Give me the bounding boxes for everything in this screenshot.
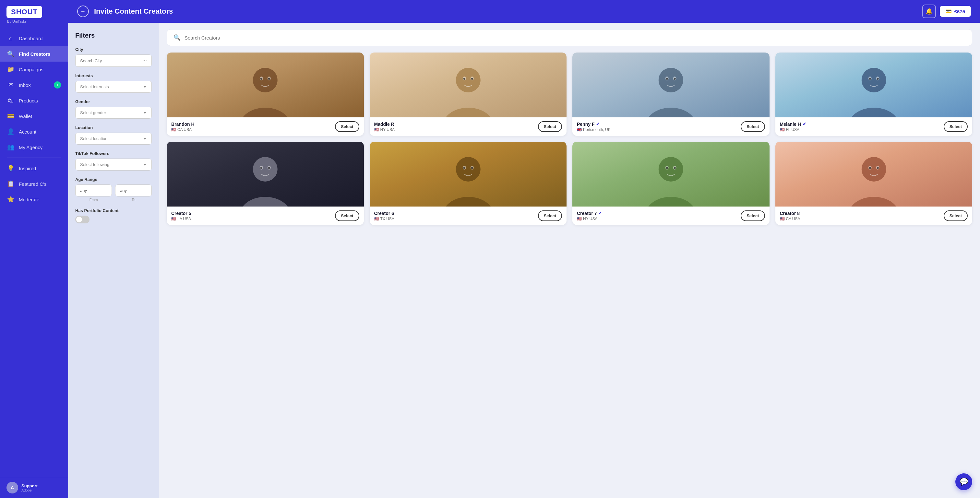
creator-card[interactable]: Creator 6 🇺🇸 TX USA Select (370, 142, 567, 225)
flag-icon: 🇺🇸 (780, 216, 785, 221)
creator-location: 🇺🇸 NY USA (577, 216, 602, 221)
creator-photo (167, 142, 364, 207)
sidebar-item-find-creators[interactable]: 🔍 Find Creators (0, 46, 68, 62)
flag-icon: 🇺🇸 (374, 127, 379, 132)
sidebar-item-moderate[interactable]: ⭐ Moderate (0, 192, 68, 207)
inbox-icon: ✉ (7, 81, 14, 89)
sidebar-item-inspired[interactable]: 💡 Inspired (0, 161, 68, 176)
body-area: Filters City ⋯ Interests Select interest… (68, 23, 980, 498)
sidebar-item-label: Inbox (19, 82, 31, 88)
creator-name: Penny F ✔ (577, 122, 611, 127)
back-button[interactable]: ← (77, 5, 89, 17)
creator-details: Creator 5 🇺🇸 LA USA (171, 211, 191, 221)
location-filter: Location Select location ▼ (75, 125, 152, 145)
svg-point-30 (442, 197, 494, 207)
creator-card[interactable]: Creator 5 🇺🇸 LA USA Select (167, 142, 364, 225)
select-creator-button[interactable]: Select (741, 121, 765, 132)
creator-card[interactable]: Creator 8 🇺🇸 CA USA Select (775, 142, 972, 225)
creator-details: Maddie R 🇺🇸 NY USA (374, 122, 395, 132)
portfolio-filter: Has Portfolio Content (75, 208, 152, 223)
filters-title: Filters (75, 32, 152, 39)
svg-point-34 (463, 167, 465, 169)
sidebar-item-inbox[interactable]: ✉ Inbox 1 (0, 77, 68, 93)
svg-point-46 (869, 167, 871, 169)
creator-photo (775, 142, 972, 207)
inbox-badge: 1 (54, 81, 61, 89)
sidebar-item-label: Products (19, 98, 38, 103)
select-creator-button[interactable]: Select (335, 210, 359, 221)
creator-card[interactable]: Creator 7 ✔ 🇺🇸 NY USA Select (573, 142, 770, 225)
creator-info: Penny F ✔ 🇬🇧 Portsmouth, UK Select (573, 118, 770, 136)
select-creator-button[interactable]: Select (335, 121, 359, 132)
creator-card[interactable]: Penny F ✔ 🇬🇧 Portsmouth, UK Select (573, 53, 770, 136)
dashboard-icon: ⌂ (7, 35, 14, 42)
back-icon: ← (80, 8, 86, 14)
search-input[interactable] (185, 35, 966, 41)
sidebar-item-featured[interactable]: 📋 Featured C's (0, 176, 68, 192)
gender-select[interactable]: Select gender ▼ (75, 107, 152, 119)
interests-label: Interests (75, 73, 152, 78)
sidebar: SHOUT By UniTaskr ⌂ Dashboard 🔍 Find Cre… (0, 0, 68, 498)
select-creator-button[interactable]: Select (538, 210, 562, 221)
svg-point-16 (666, 78, 668, 80)
wallet-button[interactable]: 💳 £675 (940, 6, 971, 17)
svg-point-40 (666, 167, 668, 169)
sidebar-item-label: My Agency (19, 145, 43, 150)
sidebar-item-products[interactable]: 🛍 Products (0, 93, 68, 108)
sidebar-footer[interactable]: A Support Adobe (0, 477, 68, 498)
dots-icon: ⋯ (142, 58, 147, 63)
select-creator-button[interactable]: Select (944, 210, 968, 221)
sidebar-item-my-agency[interactable]: 👥 My Agency (0, 139, 68, 155)
verified-badge: ✔ (596, 122, 600, 126)
sidebar-item-wallet[interactable]: 💳 Wallet (0, 108, 68, 124)
creator-details: Creator 7 ✔ 🇺🇸 NY USA (577, 211, 602, 221)
age-from-group: From (75, 185, 112, 202)
creator-name: Creator 5 (171, 211, 191, 216)
account-icon: 👤 (7, 128, 14, 135)
notification-button[interactable]: 🔔 (922, 5, 936, 18)
search-icon: 🔍 (173, 34, 181, 41)
chat-fab-button[interactable]: 💬 (955, 473, 972, 490)
creator-info: Maddie R 🇺🇸 NY USA Select (370, 118, 567, 136)
featured-icon: 📋 (7, 180, 14, 188)
sidebar-item-account[interactable]: 👤 Account (0, 124, 68, 139)
chevron-down-icon: ▼ (143, 137, 147, 141)
creator-location: 🇺🇸 LA USA (171, 216, 191, 221)
select-creator-button[interactable]: Select (741, 210, 765, 221)
select-creator-button[interactable]: Select (944, 121, 968, 132)
age-from-label: From (75, 198, 112, 202)
sidebar-item-label: Find Creators (19, 51, 51, 57)
svg-point-28 (260, 167, 262, 169)
svg-point-13 (659, 68, 683, 92)
creator-card[interactable]: Brandon H 🇺🇸 CA USA Select (167, 53, 364, 136)
creator-details: Creator 8 🇺🇸 CA USA (780, 211, 800, 221)
chevron-down-icon: ▼ (143, 162, 147, 167)
svg-point-36 (645, 197, 697, 207)
filters-panel: Filters City ⋯ Interests Select interest… (68, 23, 159, 498)
creator-name: Creator 7 ✔ (577, 211, 602, 216)
city-input-wrapper[interactable]: ⋯ (75, 54, 152, 67)
interests-select[interactable]: Select interests ▼ (75, 81, 152, 93)
tiktok-followers-select[interactable]: Select following ▼ (75, 159, 152, 170)
sidebar-item-dashboard[interactable]: ⌂ Dashboard (0, 30, 68, 46)
svg-point-10 (463, 78, 465, 80)
search-bar: 🔍 (167, 29, 972, 46)
chevron-down-icon: ▼ (143, 111, 147, 115)
sidebar-item-label: Moderate (19, 197, 39, 202)
svg-point-31 (456, 157, 480, 181)
creator-card[interactable]: Maddie R 🇺🇸 NY USA Select (370, 53, 567, 136)
portfolio-toggle[interactable] (75, 216, 89, 223)
tiktok-followers-filter: TikTok Followers Select following ▼ (75, 151, 152, 170)
city-search-input[interactable] (80, 58, 142, 63)
creator-info: Creator 6 🇺🇸 TX USA Select (370, 207, 567, 225)
location-select[interactable]: Select location ▼ (75, 133, 152, 145)
svg-point-24 (239, 197, 291, 207)
creator-card[interactable]: Melanie H ✔ 🇺🇸 FL USA Select (775, 53, 972, 136)
age-from-input[interactable] (75, 185, 112, 196)
wallet-icon: 💳 (7, 113, 14, 119)
select-creator-button[interactable]: Select (538, 121, 562, 132)
flag-icon: 🇺🇸 (577, 216, 582, 221)
sidebar-item-campaigns[interactable]: 📁 Campaigns (0, 62, 68, 77)
age-to-input[interactable] (115, 185, 152, 196)
sidebar-item-label: Campaigns (19, 67, 43, 72)
